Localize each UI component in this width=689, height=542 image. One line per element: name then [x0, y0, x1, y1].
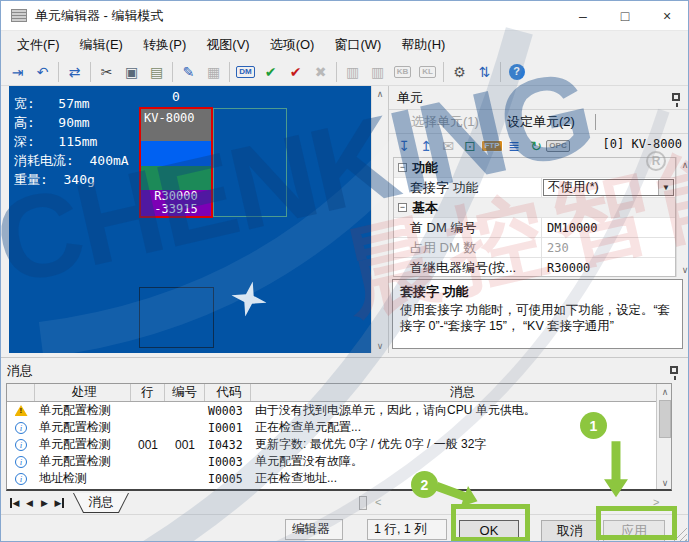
menu-item[interactable]: 帮助(H) — [391, 31, 455, 58]
canvas-vertical-scrollbar[interactable]: ∧ ∨ — [371, 86, 387, 353]
message-row[interactable]: 地址检测I0004地址检测完成 — [7, 487, 671, 491]
hscroll-left-icon[interactable]: < — [375, 496, 381, 508]
dm-count-value: 230 — [541, 238, 675, 257]
menu-item[interactable]: 文件(F) — [7, 31, 70, 58]
message-sheet-tab[interactable]: 消息 — [73, 493, 129, 513]
tab-nav — [7, 494, 67, 512]
menu-item[interactable]: 编辑(E) — [70, 31, 133, 58]
empty-slot-outline-2[interactable] — [139, 287, 214, 348]
scroll-down-icon[interactable]: ∨ — [657, 475, 672, 490]
info-icon — [15, 422, 27, 434]
unit-refresh-icon[interactable]: ↻ — [525, 136, 547, 156]
property-label: 占用 DM 数 — [394, 239, 541, 257]
menu-item[interactable]: 转换(P) — [133, 31, 196, 58]
property-row-relay[interactable]: 首继电器编号(按... R30000 — [394, 258, 675, 277]
property-row-dm[interactable]: 首 DM 编号 DM10000 — [394, 218, 675, 238]
description-title: 套接字 功能 — [400, 283, 675, 301]
cancel-button[interactable]: 取消 — [541, 520, 599, 542]
cut-icon[interactable]: ✂ — [94, 60, 119, 83]
socket-function-select[interactable]: 不使用(*) — [541, 178, 675, 197]
sheet-tab-label: 消息 — [73, 493, 129, 513]
unit-read-icon[interactable]: ⇥ — [5, 60, 30, 83]
message-row[interactable]: 单元配置检测001001I0432更新字数: 最优先 0字 / 优先 0字 / … — [7, 436, 671, 453]
menu-item[interactable]: 选项(O) — [260, 31, 325, 58]
message-row[interactable]: 单元配置检测I0003单元配置没有故障。 — [7, 453, 671, 470]
message-scrollbar[interactable]: ∧ ∨ — [656, 384, 672, 490]
menu-bar: 文件(F)编辑(E)转换(P)视图(V)选项(O)窗口(W)帮助(H) — [1, 31, 688, 58]
wrench-icon[interactable]: ⚙ — [447, 60, 472, 83]
info-icon — [15, 456, 27, 468]
undo-icon[interactable]: ↶ — [30, 60, 55, 83]
monitor-unit-icon[interactable]: ⊡ — [459, 136, 481, 156]
message-row[interactable]: 地址检测I0005正在检查地址... — [7, 470, 671, 487]
scroll-up-icon[interactable]: ∧ — [372, 86, 388, 101]
ftp-icon[interactable]: FTP — [481, 136, 503, 156]
message-cell: 更新字数: 最优先 0字 / 优先 0字 / 一般 32字 — [251, 436, 671, 453]
unit-name-label: KV-8000 — [141, 109, 211, 141]
transfer-save-icon[interactable]: ⇅ — [472, 60, 497, 83]
collapse-icon[interactable] — [398, 203, 407, 212]
collapse-icon[interactable] — [398, 163, 407, 172]
scrollbar-thumb[interactable] — [659, 400, 671, 438]
pin-icon[interactable] — [670, 366, 678, 374]
property-row-socket[interactable]: 套接字 功能 不使用(*) — [394, 178, 675, 198]
dm-number-value[interactable]: DM10000 — [541, 218, 675, 237]
scroll-down-icon[interactable]: ∨ — [677, 262, 689, 277]
column-header[interactable]: 消息 — [251, 384, 671, 401]
hscroll-thumb[interactable] — [359, 496, 367, 510]
window-title: 单元编辑器 - 编辑模式 — [35, 1, 164, 31]
property-grid-scrollbar[interactable]: ∧ ∨ — [676, 157, 689, 277]
column-header[interactable]: 处理 — [35, 384, 131, 401]
group-label: 功能 — [412, 159, 438, 177]
first-tab-icon[interactable] — [7, 494, 22, 512]
hscroll-right-icon[interactable]: > — [653, 496, 659, 508]
tab-setup-unit[interactable]: 设定单元(2) — [493, 110, 589, 134]
sheet-tab-strip: 消息 < > — [1, 493, 688, 514]
unit-transfer-icon[interactable]: ⇄ — [62, 60, 87, 83]
minimize-button[interactable]: – — [562, 1, 604, 31]
column-header[interactable]: 编号 — [165, 384, 205, 401]
menu-item[interactable]: 视图(V) — [196, 31, 259, 58]
message-row[interactable]: 单元配置检测I0001正在检查单元配置... — [7, 419, 671, 436]
help-icon[interactable]: ? — [504, 60, 529, 83]
scroll-up-icon[interactable]: ∧ — [677, 157, 689, 172]
edit-unit-icon[interactable]: ✎ — [176, 60, 201, 83]
prev-tab-icon[interactable] — [22, 494, 37, 512]
property-group-function[interactable]: 功能 — [394, 158, 675, 178]
maximize-button[interactable]: □ — [604, 1, 646, 31]
column-header[interactable]: 代码 — [205, 384, 251, 401]
scroll-up-icon[interactable]: ∧ — [657, 384, 672, 399]
ok-button[interactable]: OK — [459, 520, 519, 542]
column-header[interactable] — [7, 384, 35, 401]
next-tab-icon[interactable] — [37, 494, 52, 512]
property-group-basic[interactable]: 基本 — [394, 198, 675, 218]
column-header[interactable]: 行 — [131, 384, 165, 401]
tab-select-unit[interactable]: 选择单元(1) — [397, 110, 493, 134]
scroll-down-icon[interactable]: ∨ — [372, 338, 388, 353]
unit-spec-line: 消耗电流: 400mA — [14, 151, 129, 170]
message-row[interactable]: 单元配置检测W0003由于没有找到电源单元，因此，请向CPU 单元供电。 — [7, 402, 671, 419]
menu-item[interactable]: 窗口(W) — [324, 31, 391, 58]
param-tree-icon[interactable]: ↧ — [393, 136, 415, 156]
pin-icon[interactable] — [672, 93, 680, 101]
last-tab-icon[interactable] — [52, 494, 67, 512]
main-area: 宽: 57mm高: 90mm深: 115mm消耗电流: 400mA重量: 340… — [1, 86, 688, 353]
param-compare-icon[interactable]: ↥ — [415, 136, 437, 156]
apply-button: 应用 — [603, 520, 665, 542]
property-label: 首继电器编号(按... — [394, 259, 541, 277]
dm-rly-icon[interactable]: DM — [233, 60, 258, 83]
paste-icon[interactable]: ▤ — [144, 60, 169, 83]
empty-slot-outline[interactable] — [213, 108, 287, 217]
cpu-unit-block[interactable]: KV-8000 R30000 -33915 — [139, 107, 213, 218]
description-body: 使用套接字 功能时，可使用如下功能，设定。“套接字 0”-“套接字 15”， “… — [400, 302, 675, 334]
copy-icon[interactable]: ▣ — [119, 60, 144, 83]
network-icon[interactable]: ≣ — [503, 136, 525, 156]
close-button[interactable]: × — [646, 1, 688, 31]
chevron-down-icon[interactable] — [658, 180, 673, 195]
rly-verify-red-icon[interactable]: ✔ — [283, 60, 308, 83]
resize-grip[interactable] — [672, 527, 687, 542]
opc-ua-icon[interactable]: OPC — [547, 136, 569, 156]
relay-number-value[interactable]: R30000 — [541, 258, 675, 277]
unit-layout-canvas[interactable]: 宽: 57mm高: 90mm深: 115mm消耗电流: 400mA重量: 340… — [9, 86, 371, 353]
rly-verify-green-icon[interactable]: ✔ — [258, 60, 283, 83]
